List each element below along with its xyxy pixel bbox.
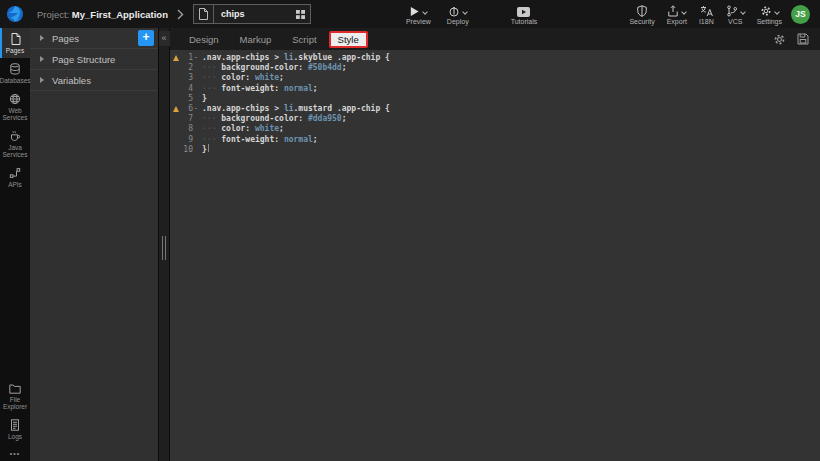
code-area[interactable]: 1-.nav.app-chips > li.skyblue .app-chip …: [170, 50, 820, 461]
wavemaker-logo[interactable]: [0, 0, 30, 28]
code-text: ··· color: white;: [199, 73, 284, 83]
add-page-button[interactable]: +: [138, 30, 154, 46]
chevron-down-icon[interactable]: [423, 9, 429, 15]
open-file-name: chips: [214, 9, 296, 19]
security-button[interactable]: Security: [629, 4, 654, 25]
divider-drag-handle[interactable]: [162, 236, 166, 260]
coffee-icon: [9, 130, 21, 142]
project-label: Project:: [37, 9, 69, 20]
chevron-down-icon[interactable]: [462, 9, 468, 15]
branch-icon: [726, 5, 738, 17]
panel-section-variables[interactable]: Variables: [30, 70, 158, 91]
code-text: .nav.app-chips > li.mustard .app-chip {: [199, 104, 390, 114]
code-line[interactable]: 4··· font-weight: normal;: [170, 84, 820, 94]
video-icon: [517, 7, 530, 17]
gutter-warning-cell: [170, 106, 181, 112]
code-line[interactable]: 7··· background-color: #dda950;: [170, 114, 820, 124]
tab-script[interactable]: Script: [283, 31, 325, 48]
preview-button[interactable]: Preview: [406, 4, 431, 25]
collapsed-arrow-icon: [40, 56, 44, 62]
line-number: 5: [181, 94, 193, 104]
gear-icon: [773, 33, 786, 46]
code-text: .nav.app-chips > li.skyblue .app-chip {: [199, 53, 390, 63]
line-number: 1: [181, 53, 193, 63]
export-icon: [667, 5, 679, 17]
code-line[interactable]: 2··· background-color: #50b4dd;: [170, 63, 820, 73]
code-text: }: [199, 94, 207, 104]
collapse-panel-button[interactable]: «: [159, 31, 170, 46]
translate-icon: [700, 5, 713, 17]
editor-settings-button[interactable]: [773, 33, 786, 46]
editor-tab-bar: Design Markup Script Style: [170, 28, 820, 50]
code-line[interactable]: 1-.nav.app-chips > li.skyblue .app-chip …: [170, 53, 820, 63]
text-cursor: [208, 144, 209, 152]
more-options-icon[interactable]: •••: [0, 444, 30, 461]
warning-icon: [173, 106, 179, 112]
project-name: My_First_Application: [72, 9, 168, 20]
rail-item-file-explorer[interactable]: File Explorer: [0, 379, 30, 414]
code-line[interactable]: 10}: [170, 145, 820, 155]
code-text: }: [199, 144, 209, 155]
pages-panel: Pages + Page Structure Variables: [30, 28, 158, 461]
chevron-down-icon[interactable]: [774, 9, 780, 15]
left-rail: Pages Databases Web Services Java Servic…: [0, 28, 30, 461]
rail-item-logs[interactable]: Logs: [0, 414, 30, 444]
top-bar: Project: My_First_Application chips Prev…: [0, 0, 820, 28]
wavemaker-logo-icon: [6, 5, 24, 23]
settings-button[interactable]: Settings: [757, 4, 782, 25]
user-avatar[interactable]: JS: [791, 5, 810, 24]
panel-section-page-structure[interactable]: Page Structure: [30, 49, 158, 70]
code-line[interactable]: 8··· color: white;: [170, 124, 820, 134]
tutorials-button[interactable]: Tutorials: [511, 4, 538, 25]
code-text: ··· color: white;: [199, 124, 284, 134]
api-icon: [9, 167, 21, 179]
panel-divider: «: [158, 28, 170, 461]
open-file-tab[interactable]: chips: [193, 4, 311, 24]
tab-style[interactable]: Style: [329, 31, 368, 48]
tab-markup[interactable]: Markup: [231, 31, 281, 48]
line-number: 4: [181, 84, 193, 94]
tab-design[interactable]: Design: [180, 31, 228, 48]
code-line[interactable]: 3··· color: white;: [170, 73, 820, 83]
gutter-warning-cell: [170, 55, 181, 61]
code-text: ··· font-weight: normal;: [199, 84, 318, 94]
line-number: 2: [181, 63, 193, 73]
panel-empty-area: [30, 91, 158, 461]
export-button[interactable]: Export: [667, 4, 687, 25]
database-icon: [9, 63, 21, 75]
page-file-icon: [194, 5, 214, 23]
rail-item-web-services[interactable]: Web Services: [0, 88, 30, 125]
deploy-button[interactable]: Deploy: [447, 4, 469, 25]
code-line[interactable]: 9··· font-weight: normal;: [170, 135, 820, 145]
chevron-down-icon[interactable]: [681, 9, 687, 15]
line-number: 9: [181, 135, 193, 145]
pages-icon: [10, 33, 21, 45]
deploy-icon: [448, 5, 460, 17]
chevron-down-icon[interactable]: [740, 9, 746, 15]
code-text: ··· font-weight: normal;: [199, 135, 318, 145]
play-icon: [409, 6, 420, 17]
warning-icon: [173, 55, 179, 61]
vcs-button[interactable]: VCS: [726, 4, 745, 25]
line-number: 10: [181, 145, 193, 155]
line-number: 3: [181, 73, 193, 83]
code-line[interactable]: 6-.nav.app-chips > li.mustard .app-chip …: [170, 104, 820, 114]
rail-item-java-services[interactable]: Java Services: [0, 125, 30, 162]
rail-item-pages[interactable]: Pages: [0, 28, 30, 58]
panel-section-pages[interactable]: Pages +: [30, 28, 158, 49]
chevron-right-icon: [177, 9, 184, 20]
rail-item-apis[interactable]: APIs: [0, 162, 30, 192]
code-line[interactable]: 5}: [170, 94, 820, 104]
folder-icon: [9, 384, 21, 394]
rail-item-databases[interactable]: Databases: [0, 58, 30, 88]
logs-icon: [10, 419, 20, 431]
line-number: 6: [181, 104, 193, 114]
line-number: 8: [181, 124, 193, 134]
globe-icon: [9, 93, 21, 105]
i18n-button[interactable]: I18N: [699, 4, 714, 25]
save-button[interactable]: [797, 33, 809, 45]
gear-icon: [760, 5, 772, 17]
code-text: ··· background-color: #50b4dd;: [199, 63, 347, 73]
project-breadcrumb: Project: My_First_Application: [37, 9, 168, 20]
grid-view-icon[interactable]: [296, 10, 305, 19]
